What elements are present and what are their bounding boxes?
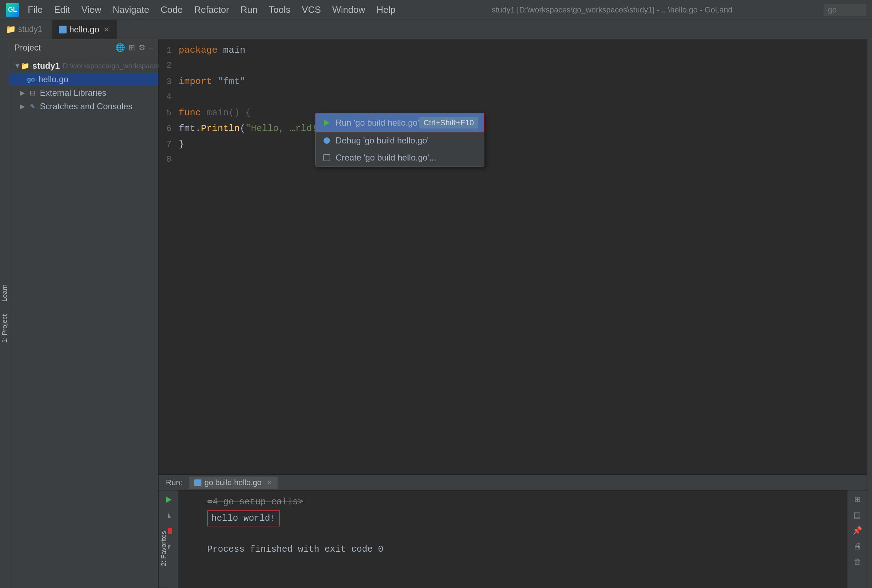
println-fn: Println: [201, 123, 240, 134]
menu-edit[interactable]: Edit: [49, 3, 75, 17]
menu-navigate[interactable]: Navigate: [108, 3, 154, 17]
line-num-4: 4: [159, 92, 179, 102]
line-code-6: fmt.Println("Hello, …rld!"): [179, 123, 328, 134]
code-line-1: 1 package main: [159, 45, 867, 60]
file-tab-bar: 📁 study1 hello.go ✕: [0, 20, 872, 39]
app-logo: GL: [6, 3, 19, 17]
console-line-process: Process finished with exit code 0: [207, 543, 819, 556]
project-panel-icons: 🌐 ⊞ ⚙ –: [115, 43, 153, 52]
code-line-5: 5 func main() {: [159, 108, 867, 123]
bottom-tab-run[interactable]: go build hello.go ✕: [189, 477, 277, 489]
tab-hello-go[interactable]: hello.go ✕: [52, 20, 117, 39]
context-menu: Run 'go build hello.go' Ctrl+Shift+F10 D…: [315, 113, 484, 166]
sidebar-icon-1[interactable]: ⊞: [853, 494, 862, 506]
breadcrumb-label: study1: [18, 24, 42, 34]
trash-icon[interactable]: 🗑: [852, 556, 863, 568]
menu-window[interactable]: Window: [327, 3, 370, 17]
menu-refactor[interactable]: Refactor: [189, 3, 234, 17]
menu-tools[interactable]: Tools: [264, 3, 295, 17]
menu-file[interactable]: File: [23, 3, 48, 17]
menu-bar: File Edit View Navigate Code Refactor Ru…: [23, 3, 401, 17]
tab-close-button[interactable]: ✕: [103, 25, 109, 34]
tree-item-hello-go[interactable]: go hello.go: [9, 73, 158, 86]
menu-run[interactable]: Run: [235, 3, 263, 17]
global-search-input[interactable]: [824, 4, 866, 16]
line-num-6: 6: [159, 124, 179, 134]
context-menu-create[interactable]: Create 'go build hello.go'...: [316, 149, 484, 166]
context-menu-debug[interactable]: Debug 'go build hello.go': [316, 132, 484, 149]
main-layout: Learn 1: Project Project 🌐 ⊞ ⚙ – ▼ 📁 stu…: [0, 39, 872, 588]
tree-label-study1: study1: [32, 61, 60, 71]
title-bar-right: [824, 4, 866, 16]
paren-open: (: [240, 123, 246, 134]
pkg-name: main: [223, 45, 245, 56]
create-menu-icon: [321, 153, 332, 162]
title-bar: GL File Edit View Navigate Code Refactor…: [0, 0, 872, 20]
tree-label-scratches: Scratches and Consoles: [40, 102, 132, 111]
kw-func: func: [179, 108, 201, 118]
tree-item-scratches[interactable]: ▶ ✎ Scratches and Consoles: [9, 100, 158, 113]
code-line-6: 6 fmt.Println("Hello, …rld!"): [159, 123, 867, 139]
bottom-main-area: ▲ ▼ =4 go setup calls>: [159, 490, 867, 588]
console-output: =4 go setup calls> hello world! Process …: [179, 490, 847, 588]
import-fmt: "fmt": [217, 76, 245, 87]
debug-label: Debug 'go build hello.go': [336, 136, 429, 146]
tree-arrow-scratch: ▶: [20, 102, 28, 110]
tree-label-ext-libs: External Libraries: [40, 88, 106, 98]
create-label: Create 'go build hello.go'...: [336, 153, 436, 163]
tree-item-ext-libs[interactable]: ▶ ⊟ External Libraries: [9, 86, 158, 100]
folder-icon-study1: 📁: [21, 62, 30, 70]
sidebar-project-label[interactable]: 1: Project: [1, 312, 9, 346]
code-line-7: 7 }: [159, 139, 867, 154]
layout-icon[interactable]: ⊞: [129, 43, 135, 52]
line-num-8: 8: [159, 154, 179, 164]
play-button[interactable]: [162, 494, 175, 506]
create-box-icon: [323, 154, 330, 161]
run-tab-name: go build hello.go: [204, 478, 261, 487]
sidebar-learn-label[interactable]: Learn: [1, 282, 9, 304]
line-num-3: 3: [159, 77, 179, 87]
run-menu-icon: [321, 118, 332, 127]
line-code-1: package main: [179, 45, 245, 56]
scratch-icon: ✎: [28, 102, 37, 110]
go-file-icon: [59, 26, 67, 33]
tree-arrow-ext: ▶: [20, 89, 28, 97]
collapse-icon[interactable]: –: [149, 43, 153, 52]
line-num-5: 5: [159, 108, 179, 118]
project-panel-title: Project: [14, 43, 111, 52]
run-tab-icon: [194, 480, 201, 486]
hello-string: "Hello,: [245, 123, 290, 134]
line-code-3: import "fmt": [179, 76, 245, 87]
console-line-setup: =4 go setup calls>: [207, 495, 819, 509]
hello-world-output: hello world!: [207, 510, 280, 527]
run-tab-close[interactable]: ✕: [267, 479, 272, 486]
pin-icon[interactable]: 📌: [851, 525, 863, 537]
line-num-7: 7: [159, 140, 179, 149]
code-content[interactable]: 1 package main 2 3 import "f: [159, 39, 867, 474]
bottom-right-sidebar: ⊞ ▤ 📌 🖨 🗑: [847, 490, 867, 588]
code-line-8: 8: [159, 154, 867, 170]
gear-icon[interactable]: ⚙: [138, 43, 145, 52]
breadcrumb-study1[interactable]: 📁: [6, 24, 16, 34]
sidebar-icon-2[interactable]: ▤: [852, 509, 862, 521]
bottom-tab-bar: Run: go build hello.go ✕: [159, 475, 867, 490]
window-title: study1 [D:\workspaces\go_workspaces\stud…: [401, 5, 824, 15]
outer-left-sidebar: Learn 1: Project: [0, 39, 9, 588]
menu-help[interactable]: Help: [372, 3, 400, 17]
context-menu-run[interactable]: Run 'go build hello.go' Ctrl+Shift+F10: [316, 114, 484, 132]
run-shortcut: Ctrl+Shift+F10: [419, 117, 478, 129]
menu-code[interactable]: Code: [156, 3, 187, 17]
console-line-hello: hello world!: [207, 510, 819, 527]
print-icon[interactable]: 🖨: [852, 540, 863, 552]
code-line-3: 3 import "fmt": [159, 76, 867, 92]
menu-view[interactable]: View: [76, 3, 106, 17]
editor-scrollbar[interactable]: [867, 39, 872, 588]
menu-vcs[interactable]: VCS: [297, 3, 326, 17]
globe-icon[interactable]: 🌐: [115, 43, 125, 52]
kw-package: package: [179, 45, 217, 56]
tree-item-study1[interactable]: ▼ 📁 study1 D:\workspaces\go_workspaces\s…: [9, 59, 158, 73]
ext-lib-icon: ⊟: [28, 89, 37, 97]
fmt-ref: fmt.: [179, 123, 201, 134]
line-num-1: 1: [159, 45, 179, 55]
favorites-sidebar-label[interactable]: 2: Favorites: [159, 510, 168, 588]
